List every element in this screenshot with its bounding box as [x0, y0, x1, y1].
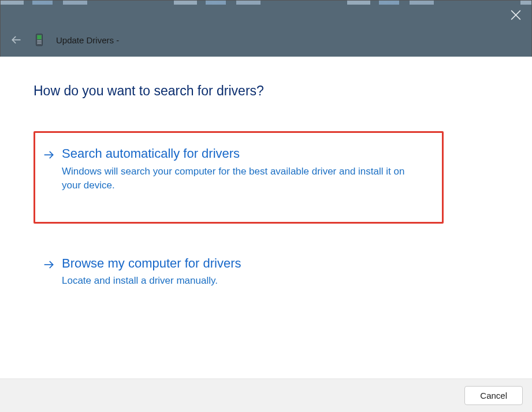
option-title: Search automatically for drivers [62, 146, 430, 162]
window-title: Update Drivers - [56, 35, 119, 45]
dialog-panel: How do you want to search for drivers? S… [0, 57, 532, 412]
back-arrow-icon [10, 34, 22, 46]
close-icon [511, 10, 521, 20]
device-icon [33, 34, 46, 46]
dialog-footer: Cancel [0, 378, 532, 412]
option-description: Locate and install a driver manually. [62, 274, 420, 288]
svg-rect-4 [37, 35, 41, 39]
option-description: Windows will search your computer for th… [62, 165, 420, 193]
option-search-automatically[interactable]: Search automatically for drivers Windows… [34, 131, 444, 224]
arrow-right-icon [43, 150, 55, 162]
cancel-button[interactable]: Cancel [464, 386, 523, 405]
arrow-right-icon [43, 259, 55, 272]
close-button[interactable] [511, 10, 521, 20]
back-button [10, 34, 23, 46]
svg-rect-5 [37, 40, 41, 42]
titlebar: Update Drivers - [1, 1, 531, 57]
window-edge-fragments [1, 1, 531, 5]
option-title: Browse my computer for drivers [62, 255, 430, 272]
svg-rect-6 [37, 43, 41, 44]
page-heading: How do you want to search for drivers? [34, 83, 498, 99]
option-browse-computer[interactable]: Browse my computer for drivers Locate an… [34, 241, 444, 303]
